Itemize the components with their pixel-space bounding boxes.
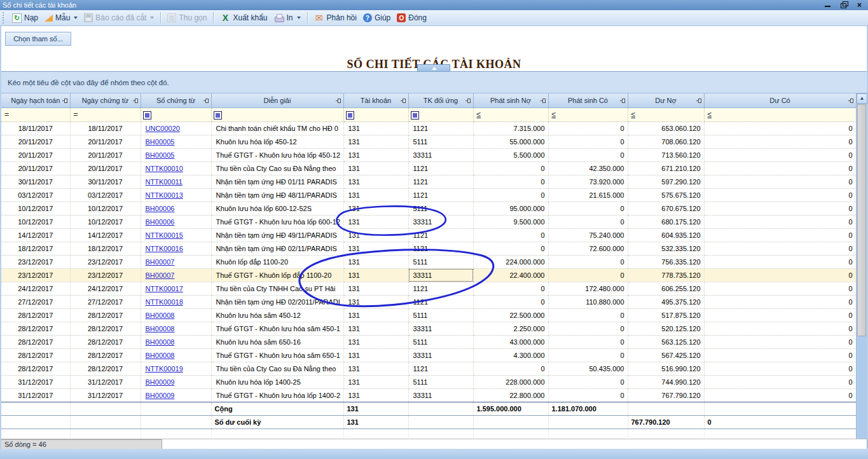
cell-du-no[interactable]: 708.060.120	[628, 135, 704, 148]
filter-cell-tk-doi-ung[interactable]	[408, 107, 473, 121]
document-link[interactable]: BH00009	[146, 378, 175, 386]
cell-ngay-chung-tu[interactable]: 27/12/2017	[70, 295, 141, 308]
cell-du-co[interactable]: 0	[704, 121, 856, 135]
cell-du-co[interactable]: 0	[704, 282, 856, 295]
cell-du-no[interactable]: 532.335.120	[628, 242, 704, 255]
cell-du-no[interactable]: 520.125.120	[628, 322, 704, 335]
cell-phat-sinh-no[interactable]: 0	[473, 295, 548, 308]
cell-ngay-chung-tu[interactable]: 28/12/2017	[70, 362, 141, 375]
document-link[interactable]: BH00007	[146, 271, 175, 279]
cell-tk-doi-ung[interactable]: 33311	[408, 388, 473, 402]
document-link[interactable]: BH00006	[146, 218, 175, 226]
column-header-phat-sinh-no[interactable]: Phát sinh Nợ	[473, 93, 548, 107]
scrollbar-thumb[interactable]	[857, 104, 866, 336]
cell-tk-doi-ung[interactable]: 33311	[408, 268, 473, 282]
cell-ngay-hach-toan[interactable]: 27/12/2017	[1, 295, 70, 308]
cell-ngay-hach-toan[interactable]: 28/12/2017	[1, 362, 70, 375]
pin-icon[interactable]	[850, 99, 853, 103]
cell-dien-giai[interactable]: Khuôn lưu hóa lốp 600-12-52S	[211, 202, 343, 215]
cell-du-no[interactable]: 778.735.120	[628, 268, 704, 282]
close-icon[interactable]: ×	[857, 2, 862, 8]
cell-so-chung-tu[interactable]: BH00005	[141, 148, 211, 161]
cell-ngay-hach-toan[interactable]: 18/12/2017	[1, 242, 70, 255]
column-header-du-no[interactable]: Dư Nợ	[628, 93, 704, 107]
cell-phat-sinh-co[interactable]: 0	[548, 388, 628, 402]
document-link[interactable]: BH00009	[146, 392, 175, 399]
cell-ngay-chung-tu[interactable]: 28/12/2017	[70, 308, 141, 322]
cell-du-no[interactable]: 653.060.120	[628, 121, 704, 135]
filter-cell-so-chung-tu[interactable]	[141, 107, 211, 121]
cell-tk-doi-ung[interactable]: 5111	[408, 135, 473, 148]
cell-so-chung-tu[interactable]: NTTK00015	[141, 228, 211, 242]
cell-dien-giai[interactable]: Thu tiền của Cty Cao su Đà Nẵng theo	[211, 161, 343, 175]
column-header-so-chung-tu[interactable]: Số chứng từ	[141, 93, 211, 107]
cell-so-chung-tu[interactable]: NTTK00018	[141, 295, 211, 308]
cell-ngay-hach-toan[interactable]: 23/12/2017	[1, 268, 70, 282]
cell-ngay-hach-toan[interactable]: 10/12/2017	[1, 215, 70, 228]
cell-phat-sinh-no[interactable]: 22.800.000	[473, 388, 548, 402]
cell-tk-doi-ung[interactable]: 1121	[408, 188, 473, 202]
minimize-icon[interactable]	[824, 2, 832, 8]
cell-tk-doi-ung[interactable]: 5111	[408, 255, 473, 268]
cell-ngay-chung-tu[interactable]: 31/12/2017	[70, 375, 141, 388]
cell-so-chung-tu[interactable]: NTTK00013	[141, 188, 211, 202]
cell-tk-doi-ung[interactable]: 1121	[408, 242, 473, 255]
cell-tai-khoan[interactable]: 131	[343, 215, 408, 228]
cell-so-chung-tu[interactable]: BH00008	[141, 348, 211, 362]
cell-ngay-hach-toan[interactable]: 23/12/2017	[1, 255, 70, 268]
cell-tk-doi-ung[interactable]: 1121	[408, 121, 473, 135]
cell-phat-sinh-no[interactable]: 22.400.000	[473, 268, 548, 282]
pin-icon[interactable]	[622, 99, 625, 103]
pin-icon[interactable]	[467, 99, 471, 103]
document-link[interactable]: BH00005	[146, 151, 175, 159]
cell-du-no[interactable]: 604.935.120	[628, 228, 704, 242]
cell-tk-doi-ung[interactable]: 1121	[408, 282, 473, 295]
cell-tai-khoan[interactable]: 131	[343, 388, 408, 402]
cell-so-chung-tu[interactable]: BH00008	[141, 335, 211, 348]
cell-du-co[interactable]: 0	[704, 308, 856, 322]
toolbar-button-nap[interactable]: ↻Nạp	[9, 12, 41, 24]
cell-tai-khoan[interactable]: 131	[343, 135, 408, 148]
cell-dien-giai[interactable]: Thuế GTGT - Khuôn lốp đắp 1100-20	[211, 268, 343, 282]
cell-phat-sinh-no[interactable]: 0	[473, 161, 548, 175]
cell-tk-doi-ung[interactable]: 5111	[408, 375, 473, 388]
cell-tk-doi-ung[interactable]: 1121	[408, 161, 473, 175]
pin-icon[interactable]	[135, 99, 138, 103]
cell-phat-sinh-no[interactable]: 95.000.000	[473, 202, 548, 215]
cell-ngay-hach-toan[interactable]: 20/11/2017	[1, 135, 70, 148]
cell-du-co[interactable]: 0	[704, 348, 856, 362]
cell-ngay-hach-toan[interactable]: 18/11/2017	[1, 121, 70, 135]
pin-icon[interactable]	[205, 99, 209, 103]
cell-phat-sinh-no[interactable]: 0	[473, 362, 548, 375]
cell-tai-khoan[interactable]: 131	[343, 268, 408, 282]
cell-ngay-chung-tu[interactable]: 20/11/2017	[70, 135, 141, 148]
cell-du-co[interactable]: 0	[704, 242, 856, 255]
cell-phat-sinh-no[interactable]: 5.500.000	[473, 148, 548, 161]
cell-phat-sinh-no[interactable]: 9.500.000	[473, 215, 548, 228]
cell-du-no[interactable]: 597.290.120	[628, 175, 704, 188]
cell-tai-khoan[interactable]: 131	[343, 322, 408, 335]
cell-du-co[interactable]: 0	[704, 335, 856, 348]
cell-dien-giai[interactable]: Chi thanh toán chiết khấu TM cho HĐ 0	[211, 121, 343, 135]
cell-du-no[interactable]: 680.175.120	[628, 215, 704, 228]
cell-ngay-chung-tu[interactable]: 14/12/2017	[70, 228, 141, 242]
cell-phat-sinh-co[interactable]: 0	[548, 348, 628, 362]
cell-phat-sinh-co[interactable]: 0	[548, 121, 628, 135]
restore-icon[interactable]	[841, 2, 848, 8]
cell-tai-khoan[interactable]: 131	[343, 348, 408, 362]
cell-du-co[interactable]: 0	[704, 148, 856, 161]
cell-phat-sinh-no[interactable]: 22.500.000	[473, 308, 548, 322]
cell-ngay-hach-toan[interactable]: 31/12/2017	[1, 388, 70, 402]
cell-du-no[interactable]: 744.990.120	[628, 375, 704, 388]
cell-dien-giai[interactable]: Khuôn lốp đắp 1100-20	[211, 255, 343, 268]
cell-ngay-hach-toan[interactable]: 28/12/2017	[1, 322, 70, 335]
cell-so-chung-tu[interactable]: BH00008	[141, 308, 211, 322]
cell-phat-sinh-co[interactable]: 0	[548, 268, 628, 282]
cell-du-co[interactable]: 0	[704, 255, 856, 268]
cell-ngay-chung-tu[interactable]: 10/12/2017	[70, 202, 141, 215]
pin-icon[interactable]	[338, 99, 341, 103]
pin-icon[interactable]	[542, 99, 546, 103]
column-header-tk-doi-ung[interactable]: TK đối ứng	[408, 93, 473, 107]
cell-ngay-hach-toan[interactable]: 30/11/2017	[1, 175, 70, 188]
cell-du-co[interactable]: 0	[704, 175, 856, 188]
